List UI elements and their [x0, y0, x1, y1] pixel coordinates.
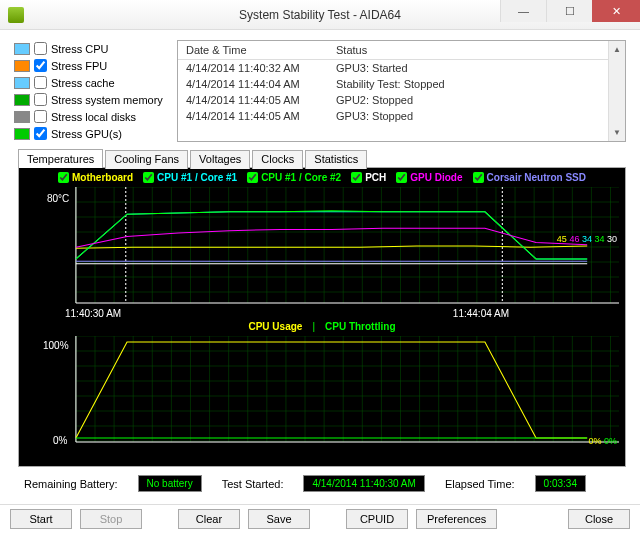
event-row[interactable]: 4/14/2014 11:44:05 AMGPU3: Stopped [178, 108, 625, 124]
event-date: 4/14/2014 11:44:05 AM [186, 94, 336, 106]
stress-option[interactable]: Stress system memory [14, 91, 169, 108]
started-label: Test Started: [222, 478, 284, 490]
legend-item[interactable]: CPU #1 / Core #2 [247, 172, 341, 183]
event-row[interactable]: 4/14/2014 11:44:05 AMGPU2: Stopped [178, 92, 625, 108]
stress-option[interactable]: Stress cache [14, 74, 169, 91]
stress-checkbox[interactable] [34, 42, 47, 55]
scroll-down-icon[interactable]: ▼ [609, 124, 625, 141]
value-label: 0% [588, 436, 601, 446]
value-label: 0% [604, 436, 617, 446]
temperature-chart: 80°C 11:40:30 AM 11:44:04 AM 45 46 34 34… [25, 187, 619, 317]
event-date: 4/14/2014 11:44:05 AM [186, 110, 336, 122]
event-date: 4/14/2014 11:40:32 AM [186, 62, 336, 74]
event-head-date: Date & Time [186, 44, 336, 56]
usage-chart: 100% 0% 0% 0% [25, 336, 619, 456]
save-button[interactable]: Save [248, 509, 310, 529]
stress-option[interactable]: Stress FPU [14, 57, 169, 74]
stress-options: Stress CPUStress FPUStress cacheStress s… [14, 40, 169, 142]
start-button[interactable]: Start [10, 509, 72, 529]
minimize-button[interactable]: — [500, 0, 546, 22]
stress-label: Stress CPU [51, 43, 108, 55]
tab-temperatures[interactable]: Temperatures [18, 149, 103, 168]
clear-button[interactable]: Clear [178, 509, 240, 529]
tab-bar: TemperaturesCooling FansVoltagesClocksSt… [18, 148, 626, 167]
event-status: GPU3: Started [336, 62, 408, 74]
temp-legend: MotherboardCPU #1 / Core #1CPU #1 / Core… [25, 172, 619, 183]
legend-item[interactable]: CPU #1 / Core #1 [143, 172, 237, 183]
legend-label: PCH [365, 172, 386, 183]
y0: 0% [53, 435, 67, 446]
event-head-status: Status [336, 44, 367, 56]
maximize-button[interactable]: ☐ [546, 0, 592, 22]
preferences-button[interactable]: Preferences [416, 509, 497, 529]
event-scrollbar[interactable]: ▲ ▼ [608, 41, 625, 141]
device-icon [14, 94, 30, 106]
device-icon [14, 60, 30, 72]
stress-checkbox[interactable] [34, 76, 47, 89]
legend-checkbox[interactable] [143, 172, 154, 183]
legend-label: CPU #1 / Core #2 [261, 172, 341, 183]
started-value: 4/14/2014 11:40:30 AM [303, 475, 424, 492]
value-label: 46 [569, 234, 579, 244]
legend-checkbox[interactable] [247, 172, 258, 183]
event-date: 4/14/2014 11:44:04 AM [186, 78, 336, 90]
stress-option[interactable]: Stress GPU(s) [14, 125, 169, 142]
cpuid-button[interactable]: CPUID [346, 509, 408, 529]
stress-label: Stress cache [51, 77, 115, 89]
legend-item[interactable]: Corsair Neutron SSD [473, 172, 586, 183]
value-label: 34 [594, 234, 604, 244]
stress-checkbox[interactable] [34, 110, 47, 123]
legend-label: GPU Diode [410, 172, 462, 183]
legend-item[interactable]: Motherboard [58, 172, 133, 183]
legend-label: CPU Throttling [325, 321, 396, 332]
scroll-up-icon[interactable]: ▲ [609, 41, 625, 58]
legend-item[interactable]: PCH [351, 172, 386, 183]
event-status: Stability Test: Stopped [336, 78, 445, 90]
value-label: 30 [607, 234, 617, 244]
legend-checkbox[interactable] [351, 172, 362, 183]
legend-checkbox[interactable] [396, 172, 407, 183]
tab-voltages[interactable]: Voltages [190, 150, 250, 169]
tab-cooling-fans[interactable]: Cooling Fans [105, 150, 188, 169]
device-icon [14, 111, 30, 123]
event-row[interactable]: 4/14/2014 11:40:32 AMGPU3: Started [178, 60, 625, 76]
value-label: 34 [582, 234, 592, 244]
event-log: Date & Time Status 4/14/2014 11:40:32 AM… [177, 40, 626, 142]
stress-checkbox[interactable] [34, 127, 47, 140]
legend-label: Corsair Neutron SSD [487, 172, 586, 183]
button-row: Start Stop Clear Save CPUID Preferences … [0, 504, 640, 533]
elapsed-value: 0:03:34 [535, 475, 586, 492]
x-end: 11:44:04 AM [453, 308, 509, 319]
device-icon [14, 43, 30, 55]
legend-label: CPU Usage [248, 321, 302, 332]
legend-label: CPU #1 / Core #1 [157, 172, 237, 183]
window-title: System Stability Test - AIDA64 [239, 8, 401, 22]
stress-option[interactable]: Stress local disks [14, 108, 169, 125]
stress-label: Stress GPU(s) [51, 128, 122, 140]
battery-label: Remaining Battery: [24, 478, 118, 490]
device-icon [14, 77, 30, 89]
battery-value: No battery [138, 475, 202, 492]
legend-item[interactable]: GPU Diode [396, 172, 462, 183]
stress-checkbox[interactable] [34, 59, 47, 72]
chart-area: MotherboardCPU #1 / Core #1CPU #1 / Core… [18, 167, 626, 467]
device-icon [14, 128, 30, 140]
y100: 100% [43, 340, 69, 351]
elapsed-label: Elapsed Time: [445, 478, 515, 490]
legend-checkbox[interactable] [58, 172, 69, 183]
stress-option[interactable]: Stress CPU [14, 40, 169, 57]
usage-legend: CPU Usage | CPU Throttling [25, 321, 619, 332]
tab-statistics[interactable]: Statistics [305, 150, 367, 169]
status-row: Remaining Battery: No battery Test Start… [14, 467, 626, 496]
event-status: GPU3: Stopped [336, 110, 413, 122]
value-label: 45 [557, 234, 567, 244]
legend-checkbox[interactable] [473, 172, 484, 183]
tab-clocks[interactable]: Clocks [252, 150, 303, 169]
close-button[interactable]: Close [568, 509, 630, 529]
stress-checkbox[interactable] [34, 93, 47, 106]
stop-button[interactable]: Stop [80, 509, 142, 529]
event-row[interactable]: 4/14/2014 11:44:04 AMStability Test: Sto… [178, 76, 625, 92]
close-window-button[interactable]: ✕ [592, 0, 640, 22]
app-icon [8, 7, 24, 23]
stress-label: Stress FPU [51, 60, 107, 72]
